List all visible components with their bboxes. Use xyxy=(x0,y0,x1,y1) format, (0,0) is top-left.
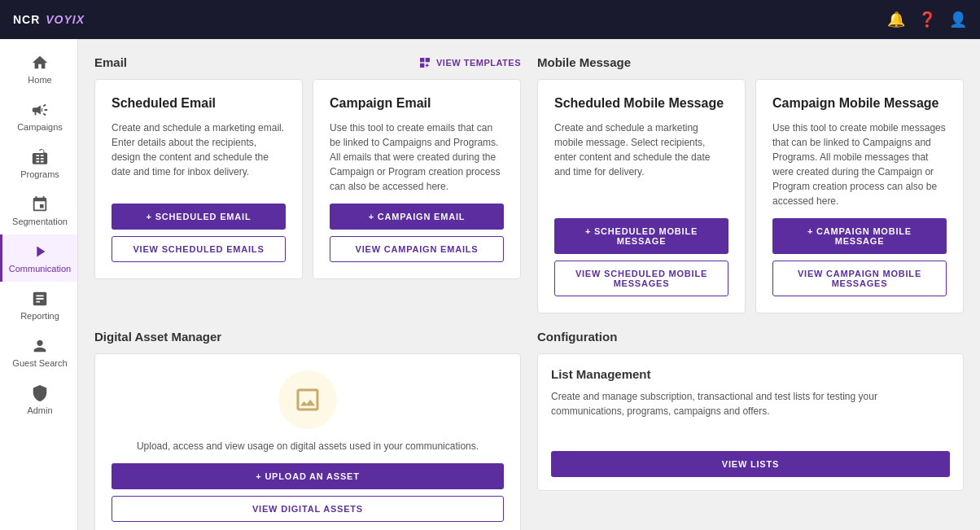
dam-icon xyxy=(293,385,322,414)
top-nav-icons: 🔔 ❓ 👤 xyxy=(887,11,967,28)
sidebar-item-reporting[interactable]: Reporting xyxy=(0,282,77,329)
scheduled-email-actions: + SCHEDULED EMAIL VIEW SCHEDULED EMAILS xyxy=(112,204,286,262)
list-management-desc: Create and manage subscription, transact… xyxy=(551,389,950,418)
campaign-mobile-secondary-btn[interactable]: VIEW CAMPAIGN MOBILE MESSAGES xyxy=(772,261,947,296)
scheduled-email-desc: Create and schedule a marketing email. E… xyxy=(112,120,286,194)
view-templates-link[interactable]: VIEW TEMPLATES xyxy=(418,56,521,69)
top-nav: NCR VOYIX 🔔 ❓ 👤 xyxy=(0,0,980,39)
sidebar-item-programs[interactable]: Programs xyxy=(0,140,77,187)
sidebar-item-admin-label: Admin xyxy=(27,405,52,415)
campaign-mobile-title: Campaign Mobile Message xyxy=(772,96,947,111)
sidebar-item-home[interactable]: Home xyxy=(0,46,77,93)
sidebar-item-guest-search[interactable]: Guest Search xyxy=(0,329,77,376)
sidebar-item-campaigns[interactable]: Campaigns xyxy=(0,93,77,140)
view-templates-label: VIEW TEMPLATES xyxy=(436,58,521,68)
dam-card: Upload, access and view usage on digital… xyxy=(94,353,521,530)
sidebar-item-reporting-label: Reporting xyxy=(20,311,59,321)
logo: NCR VOYIX xyxy=(13,13,85,26)
campaign-email-desc: Use this tool to create emails that can … xyxy=(330,120,504,194)
campaign-email-primary-btn[interactable]: + CAMPAIGN EMAIL xyxy=(330,204,504,230)
scheduled-email-secondary-btn[interactable]: VIEW SCHEDULED EMAILS xyxy=(112,236,286,262)
sidebar-item-communication[interactable]: Communication xyxy=(0,234,77,282)
main-layout: Home Campaigns Programs Segmentation Com… xyxy=(0,39,980,530)
user-icon[interactable]: 👤 xyxy=(949,11,967,28)
campaign-mobile-actions: + CAMPAIGN MOBILE MESSAGE VIEW CAMPAIGN … xyxy=(772,218,947,296)
sidebar: Home Campaigns Programs Segmentation Com… xyxy=(0,39,78,530)
upload-asset-btn[interactable]: + UPLOAD AN ASSET xyxy=(112,463,504,489)
view-lists-btn[interactable]: VIEW LISTS xyxy=(551,451,950,477)
dam-desc: Upload, access and view usage on digital… xyxy=(137,439,479,453)
templates-icon xyxy=(418,56,431,69)
list-management-title: List Management xyxy=(551,367,950,381)
email-cards-row: Scheduled Email Create and schedule a ma… xyxy=(94,79,521,279)
sidebar-item-admin[interactable]: Admin xyxy=(0,376,77,423)
config-section-header: Configuration xyxy=(537,330,964,344)
mobile-section-header: Mobile Message xyxy=(537,55,964,69)
scheduled-mobile-card: Scheduled Mobile Message Create and sche… xyxy=(537,79,746,313)
logo-ncr: NCR xyxy=(13,13,40,26)
campaign-mobile-primary-btn[interactable]: + CAMPAIGN MOBILE MESSAGE xyxy=(772,218,947,254)
digital-asset-section: Digital Asset Manager Upload, access and… xyxy=(94,330,521,530)
mobile-cards-row: Scheduled Mobile Message Create and sche… xyxy=(537,79,964,313)
sidebar-item-campaigns-label: Campaigns xyxy=(17,122,63,132)
campaign-email-title: Campaign Email xyxy=(330,96,504,111)
email-section-header: Email VIEW TEMPLATES xyxy=(94,55,521,69)
logo-voyix: VOYIX xyxy=(42,13,85,26)
scheduled-email-card: Scheduled Email Create and schedule a ma… xyxy=(94,79,303,279)
configuration-section: Configuration List Management Create and… xyxy=(537,330,964,530)
campaign-email-secondary-btn[interactable]: VIEW CAMPAIGN EMAILS xyxy=(330,236,504,262)
dam-icon-circle xyxy=(278,370,337,429)
sidebar-item-programs-label: Programs xyxy=(20,169,59,179)
campaign-email-card: Campaign Email Use this tool to create e… xyxy=(313,79,521,279)
dam-section-header: Digital Asset Manager xyxy=(94,330,521,344)
sidebar-item-segmentation[interactable]: Segmentation xyxy=(0,187,77,234)
sidebar-item-segmentation-label: Segmentation xyxy=(12,217,68,226)
scheduled-mobile-primary-btn[interactable]: + SCHEDULED MOBILE MESSAGE xyxy=(554,218,728,254)
scheduled-mobile-actions: + SCHEDULED MOBILE MESSAGE VIEW SCHEDULE… xyxy=(554,218,728,296)
bottom-sections-row: Digital Asset Manager Upload, access and… xyxy=(94,330,964,530)
content-area: Email VIEW TEMPLATES Scheduled Email Cre… xyxy=(78,39,980,530)
help-icon[interactable]: ❓ xyxy=(918,11,936,28)
sidebar-item-communication-label: Communication xyxy=(9,264,71,274)
scheduled-mobile-title: Scheduled Mobile Message xyxy=(554,96,728,111)
dam-actions: + UPLOAD AN ASSET VIEW DIGITAL ASSETS xyxy=(112,463,504,522)
config-section-title: Configuration xyxy=(537,330,617,344)
dam-section-title: Digital Asset Manager xyxy=(94,330,221,344)
sidebar-item-guest-search-label: Guest Search xyxy=(12,358,67,368)
top-sections-row: Email VIEW TEMPLATES Scheduled Email Cre… xyxy=(94,55,964,330)
config-card: List Management Create and manage subscr… xyxy=(537,353,964,491)
mobile-message-section: Mobile Message Scheduled Mobile Message … xyxy=(537,55,964,313)
campaign-email-actions: + CAMPAIGN EMAIL VIEW CAMPAIGN EMAILS xyxy=(330,204,504,262)
email-section-title: Email xyxy=(94,55,127,69)
email-section: Email VIEW TEMPLATES Scheduled Email Cre… xyxy=(94,55,521,313)
view-digital-assets-btn[interactable]: VIEW DIGITAL ASSETS xyxy=(112,496,504,522)
scheduled-mobile-desc: Create and schedule a marketing mobile m… xyxy=(554,120,728,208)
sidebar-item-home-label: Home xyxy=(28,75,51,85)
scheduled-email-title: Scheduled Email xyxy=(112,96,286,111)
scheduled-mobile-secondary-btn[interactable]: VIEW SCHEDULED MOBILE MESSAGES xyxy=(554,261,728,296)
notification-icon[interactable]: 🔔 xyxy=(887,11,905,28)
scheduled-email-primary-btn[interactable]: + SCHEDULED EMAIL xyxy=(112,204,286,230)
mobile-section-title: Mobile Message xyxy=(537,55,631,69)
campaign-mobile-desc: Use this tool to create mobile messages … xyxy=(772,120,947,208)
campaign-mobile-card: Campaign Mobile Message Use this tool to… xyxy=(755,79,964,313)
